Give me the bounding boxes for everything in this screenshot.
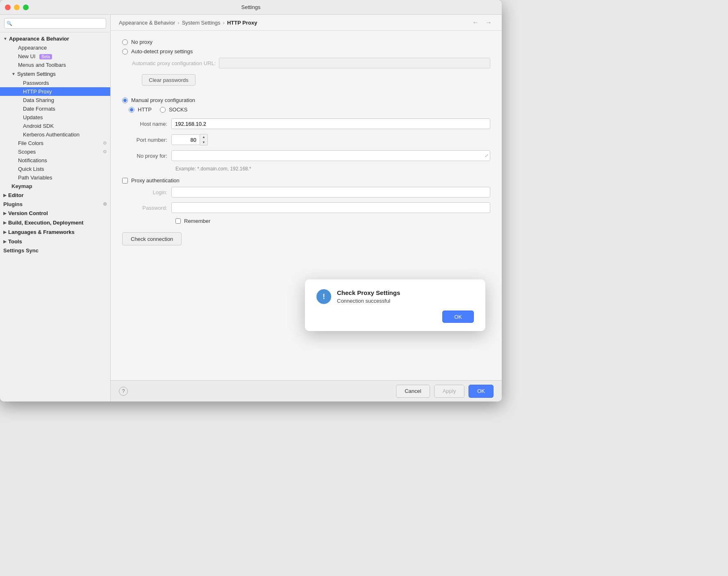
content-wrapper: No proxy Auto-detect proxy settings Auto… <box>111 31 502 380</box>
titlebar: Settings <box>0 0 502 15</box>
login-input[interactable] <box>171 187 490 197</box>
sidebar-item-appearance-behavior[interactable]: ▼ Appearance & Behavior <box>0 34 110 43</box>
settings-icon: ⚙ <box>103 202 107 207</box>
expand-icon[interactable]: ⤢ <box>485 153 489 159</box>
maximize-button[interactable] <box>23 5 29 10</box>
auto-detect-radio[interactable] <box>122 49 128 54</box>
sidebar-item-date-formats[interactable]: Date Formats <box>0 104 110 113</box>
sidebar-item-path-variables[interactable]: Path Variables <box>0 173 110 182</box>
chevron-right-icon: ▶ <box>3 211 7 215</box>
login-label: Login: <box>122 189 171 195</box>
port-decrement-button[interactable]: ▼ <box>200 140 207 145</box>
auto-config-url-label: Automatic proxy configuration URL: <box>132 60 216 66</box>
no-proxy-for-row: No proxy for: ⤢ <box>122 150 490 161</box>
socks-label[interactable]: SOCKS <box>169 107 188 113</box>
main-container: 🔍 ▼ Appearance & Behavior Appearance New… <box>0 15 502 401</box>
search-wrapper: 🔍 <box>4 18 106 29</box>
example-text: Example: *.domain.com, 192.168.* <box>171 166 490 172</box>
auto-detect-label[interactable]: Auto-detect proxy settings <box>131 48 193 54</box>
breadcrumb-sep1: › <box>177 20 179 26</box>
sidebar-item-passwords[interactable]: Passwords <box>0 79 110 87</box>
manual-proxy-label[interactable]: Manual proxy configuration <box>131 97 195 103</box>
http-label[interactable]: HTTP <box>138 107 152 113</box>
sidebar-item-menus-toolbars[interactable]: Menus and Toolbars <box>0 61 110 69</box>
sidebar-item-new-ui[interactable]: New UI Beta <box>0 52 110 61</box>
chevron-down-icon: ▼ <box>3 36 7 41</box>
sidebar-item-version-control[interactable]: ▶ Version Control <box>0 209 110 218</box>
proxy-auth-row: Proxy authentication <box>122 177 490 184</box>
minimize-button[interactable] <box>14 5 20 10</box>
port-increment-button[interactable]: ▲ <box>200 134 207 140</box>
password-input[interactable] <box>171 202 490 213</box>
port-number-label: Port number: <box>122 137 171 143</box>
http-radio[interactable] <box>129 107 134 113</box>
sidebar-item-updates[interactable]: Updates <box>0 113 110 122</box>
auto-detect-row: Auto-detect proxy settings <box>122 48 490 54</box>
remember-row: Remember <box>171 218 490 224</box>
sidebar-item-quick-lists[interactable]: Quick Lists <box>0 165 110 173</box>
chevron-right-icon: ▶ <box>3 230 7 234</box>
sidebar-item-http-proxy[interactable]: HTTP Proxy <box>0 87 110 96</box>
sidebar-item-plugins[interactable]: Plugins ⚙ <box>0 200 110 209</box>
sidebar-item-languages-frameworks[interactable]: ▶ Languages & Frameworks <box>0 227 110 237</box>
help-button[interactable]: ? <box>119 387 128 396</box>
clear-passwords-button[interactable]: Clear passwords <box>142 74 196 86</box>
ok-button[interactable]: OK <box>469 385 494 398</box>
socks-radio[interactable] <box>160 107 166 113</box>
sidebar-item-android-sdk[interactable]: Android SDK <box>0 122 110 130</box>
no-proxy-label[interactable]: No proxy <box>131 39 152 45</box>
sidebar-item-notifications[interactable]: Notifications <box>0 156 110 165</box>
sidebar-item-kerberos-auth[interactable]: Kerberos Authentication <box>0 130 110 139</box>
chevron-right-icon: ▶ <box>3 239 7 244</box>
host-name-label: Host name: <box>122 121 171 127</box>
password-row: Password: <box>122 202 490 213</box>
no-proxy-for-label: No proxy for: <box>122 153 171 159</box>
remember-checkbox[interactable] <box>175 218 181 224</box>
remember-label[interactable]: Remember <box>184 218 210 224</box>
breadcrumb-current: HTTP Proxy <box>227 20 257 26</box>
sidebar-item-file-colors[interactable]: File Colors ⚙ <box>0 139 110 147</box>
info-icon: ! <box>316 289 331 304</box>
no-proxy-for-input[interactable] <box>171 150 490 161</box>
close-button[interactable] <box>5 5 11 10</box>
sidebar-item-scopes[interactable]: Scopes ⚙ <box>0 147 110 156</box>
settings-icon: ⚙ <box>103 141 107 146</box>
check-connection-button[interactable]: Check connection <box>122 232 182 245</box>
sidebar-item-system-settings[interactable]: ▼ System Settings <box>0 69 110 79</box>
window-controls <box>5 5 29 10</box>
port-number-row: Port number: ▲ ▼ <box>122 134 490 145</box>
cancel-button[interactable]: Cancel <box>396 385 430 398</box>
sidebar-item-data-sharing[interactable]: Data Sharing <box>0 96 110 104</box>
breadcrumb-sep2: › <box>223 20 225 26</box>
dialog-title: Check Proxy Settings <box>337 289 400 296</box>
beta-badge: Beta <box>39 54 52 59</box>
sidebar-item-build-execution[interactable]: ▶ Build, Execution, Deployment <box>0 218 110 227</box>
no-proxy-for-wrapper: ⤢ <box>171 150 490 161</box>
window-title: Settings <box>241 4 261 10</box>
host-name-row: Host name: <box>122 118 490 129</box>
host-name-input[interactable] <box>171 118 490 129</box>
search-input[interactable] <box>4 18 106 29</box>
socks-radio-row: SOCKS <box>160 107 188 113</box>
dialog-message: Connection successful <box>337 298 400 304</box>
settings-icon: ⚙ <box>103 149 107 154</box>
back-button[interactable]: ← <box>471 19 480 26</box>
sidebar-item-editor[interactable]: ▶ Editor <box>0 190 110 200</box>
port-spinner: ▲ ▼ <box>200 134 208 145</box>
forward-button[interactable]: → <box>484 19 494 26</box>
dialog-content: Check Proxy Settings Connection successf… <box>337 289 400 304</box>
dialog-footer: OK <box>316 311 474 323</box>
no-proxy-radio[interactable] <box>122 39 128 45</box>
sidebar-item-keymap[interactable]: Keymap <box>0 182 110 190</box>
http-socks-row: HTTP SOCKS <box>129 107 490 113</box>
dialog-ok-button[interactable]: OK <box>442 311 474 323</box>
port-input[interactable] <box>171 134 200 145</box>
apply-button[interactable]: Apply <box>434 385 465 398</box>
proxy-auth-label[interactable]: Proxy authentication <box>131 177 180 184</box>
sidebar-item-appearance[interactable]: Appearance <box>0 43 110 52</box>
proxy-auth-checkbox[interactable] <box>122 178 128 184</box>
sidebar-item-settings-sync[interactable]: Settings Sync <box>0 246 110 255</box>
manual-proxy-radio[interactable] <box>122 98 128 103</box>
auto-config-url-input[interactable] <box>219 58 490 68</box>
sidebar-item-tools[interactable]: ▶ Tools <box>0 237 110 246</box>
